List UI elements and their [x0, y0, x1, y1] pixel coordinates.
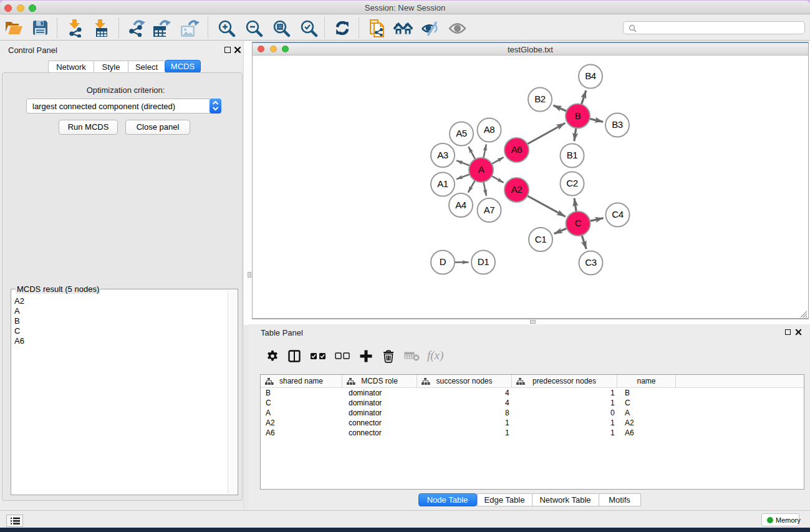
svg-text:C1: C1 [535, 234, 547, 244]
svg-text:D1: D1 [478, 256, 489, 267]
svg-text:B4: B4 [585, 70, 596, 81]
svg-text:A4: A4 [455, 200, 466, 210]
svg-text:A7: A7 [484, 205, 495, 215]
svg-text:A2: A2 [511, 184, 523, 195]
svg-text:A1: A1 [437, 178, 448, 189]
svg-text:A5: A5 [456, 128, 467, 138]
svg-text:D: D [440, 256, 446, 267]
svg-text:A6: A6 [511, 144, 523, 155]
svg-text:A: A [478, 164, 485, 175]
svg-text:A3: A3 [437, 150, 448, 160]
svg-text:B2: B2 [534, 94, 546, 104]
svg-text:A8: A8 [484, 124, 495, 135]
svg-text:B: B [575, 110, 581, 121]
svg-text:B1: B1 [567, 150, 578, 160]
svg-text:C4: C4 [612, 209, 624, 220]
svg-text:C3: C3 [585, 257, 597, 268]
svg-text:C: C [575, 218, 582, 228]
svg-text:C2: C2 [566, 178, 578, 188]
svg-text:B3: B3 [612, 119, 623, 130]
